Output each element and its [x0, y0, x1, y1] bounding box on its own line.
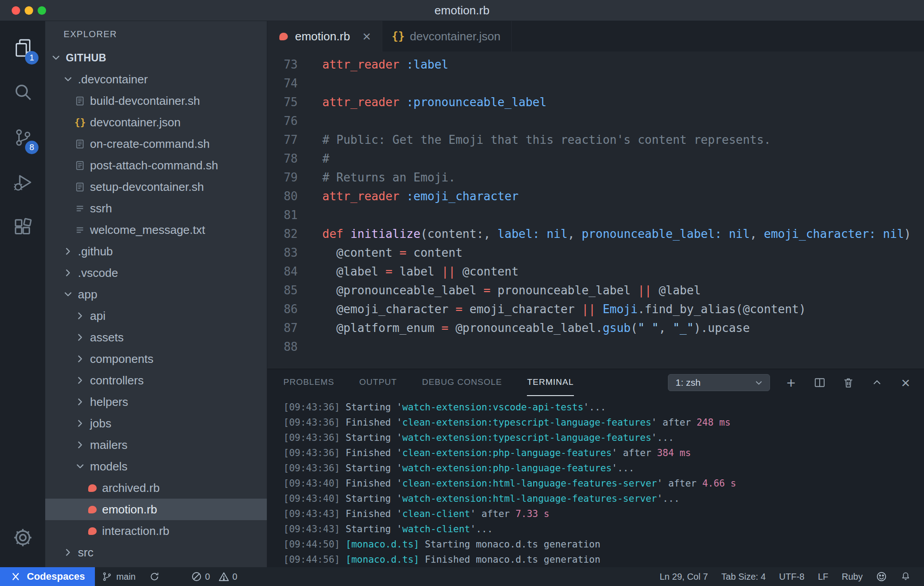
sync-button[interactable]: [142, 567, 167, 586]
panel-header: PROBLEMSOUTPUTDEBUG CONSOLETERMINAL 1: z…: [267, 369, 924, 396]
editor-tab-bar: emotion.rb×{}devcontainer.json: [267, 21, 924, 52]
shell-file-icon: [75, 96, 85, 106]
tree-file-post-attach-command-sh[interactable]: post-attach-command.sh: [45, 155, 267, 176]
explorer-view-button[interactable]: 1: [0, 26, 45, 70]
panel-tab-debug-console[interactable]: DEBUG CONSOLE: [422, 369, 502, 396]
tab-size[interactable]: Tab Size: 4: [714, 567, 772, 586]
bottom-panel: PROBLEMSOUTPUTDEBUG CONSOLETERMINAL 1: z…: [267, 369, 924, 567]
line-number: 76: [267, 112, 298, 130]
terminal-line: [09:43:36] Finished 'clean-extension:php…: [283, 445, 924, 461]
language-mode[interactable]: Ruby: [835, 567, 869, 586]
tree-folder-src[interactable]: src: [45, 542, 267, 563]
cursor-position[interactable]: Ln 29, Col 7: [653, 567, 714, 586]
chevron-right-icon: [63, 246, 73, 257]
code-line-88: 88: [267, 337, 924, 356]
code-line-87: 87 @platform_enum = @pronounceable_label…: [267, 319, 924, 337]
sync-icon: [149, 571, 160, 582]
tree-file-archived-rb[interactable]: archived.rb: [45, 477, 267, 499]
tree-file-ssrh[interactable]: ssrh: [45, 198, 267, 219]
branch-name: main: [116, 572, 136, 582]
minimize-window-button[interactable]: [25, 6, 33, 15]
git-branch-icon: [102, 571, 112, 582]
warning-count: 0: [232, 572, 237, 582]
tree-file-build-devcontainer-sh[interactable]: build-devcontainer.sh: [45, 90, 267, 112]
tree-folder-models[interactable]: models: [45, 456, 267, 477]
text-file-icon: [75, 225, 85, 235]
line-number: 88: [267, 337, 298, 356]
line-number: 81: [267, 206, 298, 224]
tree-item-label: emotion.rb: [102, 503, 157, 517]
tab-devcontainer-json[interactable]: {}devcontainer.json: [382, 21, 512, 52]
terminal-line: [09:43:43] Starting 'watch-client'...: [283, 521, 924, 537]
tree-folder-app[interactable]: app: [45, 284, 267, 305]
line-number: 79: [267, 168, 298, 187]
tree-folder-helpers[interactable]: helpers: [45, 391, 267, 413]
tree-item-label: mailers: [90, 438, 128, 452]
code-line-73: 73attr_reader :label: [267, 55, 924, 74]
tab-emotion-rb[interactable]: emotion.rb×: [267, 21, 382, 52]
tree-folder-github[interactable]: .github: [45, 241, 267, 262]
close-panel-button[interactable]: ×: [898, 375, 913, 390]
tree-folder-devcontainer[interactable]: .devcontainer: [45, 69, 267, 90]
tree-folder-api[interactable]: api: [45, 305, 267, 327]
chevron-up-icon: [871, 376, 883, 389]
zoom-window-button[interactable]: [38, 6, 46, 15]
codespaces-remote-button[interactable]: Codespaces: [0, 567, 95, 586]
tree-item-label: app: [78, 288, 97, 302]
tree-folder-vscode[interactable]: .vscode: [45, 262, 267, 284]
code-line-81: 81: [267, 206, 924, 224]
code-line-83: 83 @content = content: [267, 243, 924, 262]
tree-file-emotion-rb[interactable]: emotion.rb: [45, 499, 267, 520]
source-control-view-button[interactable]: 8: [0, 115, 45, 160]
explorer-badge: 1: [25, 51, 38, 65]
tree-folder-mailers[interactable]: mailers: [45, 434, 267, 456]
branch-indicator[interactable]: main: [95, 567, 142, 586]
gear-icon: [12, 527, 34, 548]
tree-folder-assets[interactable]: assets: [45, 327, 267, 348]
encoding[interactable]: UTF-8: [772, 567, 811, 586]
tree-item-label: build-devcontainer.sh: [90, 94, 200, 108]
extensions-view-button[interactable]: [0, 205, 45, 250]
code-editor[interactable]: 73attr_reader :label7475attr_reader :pro…: [267, 52, 924, 369]
tree-file-on-create-command-sh[interactable]: on-create-command.sh: [45, 133, 267, 155]
line-number: 75: [267, 93, 298, 112]
split-terminal-button[interactable]: [812, 375, 827, 390]
code-line-80: 80attr_reader :emoji_character: [267, 187, 924, 206]
close-tab-icon[interactable]: ×: [363, 29, 371, 43]
feedback-button[interactable]: [869, 567, 894, 586]
chevron-right-icon: [63, 547, 73, 558]
code-line-74: 74: [267, 74, 924, 93]
tree-folder-components[interactable]: components: [45, 348, 267, 370]
maximize-panel-button[interactable]: [869, 375, 885, 390]
eol-indicator[interactable]: LF: [811, 567, 835, 586]
shell-file-icon: [75, 160, 85, 171]
tree-file-interaction-rb[interactable]: interaction.rb: [45, 520, 267, 542]
chevron-down-icon: [51, 52, 61, 63]
code-line-85: 85 @pronounceable_label = pronounceable_…: [267, 281, 924, 300]
tree-item-label: jobs: [90, 417, 111, 431]
problems-indicator[interactable]: 0 0: [184, 567, 244, 586]
codespaces-label: Codespaces: [27, 571, 85, 582]
tree-folder-github[interactable]: GITHUB: [45, 47, 267, 69]
close-window-button[interactable]: [12, 6, 20, 15]
tree-folder-jobs[interactable]: jobs: [45, 413, 267, 434]
terminal-shell-select[interactable]: 1: zsh: [668, 374, 770, 391]
tree-item-label: post-attach-command.sh: [90, 159, 218, 172]
kill-terminal-button[interactable]: [841, 375, 856, 390]
tree-folder-controllers[interactable]: controllers: [45, 370, 267, 391]
run-debug-view-button[interactable]: [0, 160, 45, 205]
panel-tab-output[interactable]: OUTPUT: [359, 369, 397, 396]
tree-file-devcontainer-json[interactable]: {}devcontainer.json: [45, 112, 267, 133]
search-view-button[interactable]: [0, 70, 45, 115]
panel-tab-problems[interactable]: PROBLEMS: [283, 369, 334, 396]
window-controls: [12, 6, 46, 15]
notifications-button[interactable]: [894, 567, 918, 586]
tree-file-setup-devcontainer-sh[interactable]: setup-devcontainer.sh: [45, 176, 267, 198]
new-terminal-button[interactable]: +: [783, 375, 799, 390]
settings-button[interactable]: [0, 515, 45, 560]
code-line-86: 86 @emoji_character = emoji_character ||…: [267, 300, 924, 319]
panel-tab-terminal[interactable]: TERMINAL: [527, 369, 573, 396]
terminal-output[interactable]: [09:43:36] Starting 'watch-extension:vsc…: [267, 396, 924, 567]
line-number: 82: [267, 224, 298, 243]
tree-file-welcome-message-txt[interactable]: welcome_message.txt: [45, 219, 267, 241]
